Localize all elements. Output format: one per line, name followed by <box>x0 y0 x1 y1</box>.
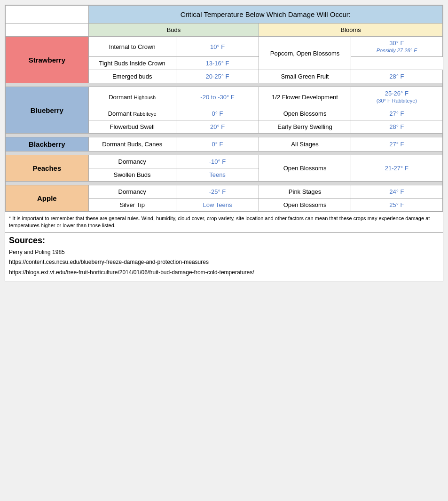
buds-header: Buds <box>88 24 259 37</box>
table-row: 0° F <box>176 137 259 151</box>
peaches-label: Peaches <box>6 155 89 182</box>
table-row: Dormancy <box>88 155 176 168</box>
table-row: 27° F <box>351 137 442 151</box>
table-row: All Stages <box>259 137 351 151</box>
table-row: 21-27° F <box>351 155 442 182</box>
main-title: Critical Temperature Below Which Damage … <box>88 6 442 24</box>
table-row: Popcorn, Open Blossoms <box>259 37 351 70</box>
table-row: Dormant Rabbiteye <box>88 107 176 120</box>
table-row: Flowerbud Swell <box>88 120 176 134</box>
table-row: Open Blossoms <box>259 107 351 120</box>
table-row: 28° F <box>351 70 442 83</box>
blooms-header: Blooms <box>259 24 443 37</box>
sources-list: Perry and Poling 1985 https://content.ce… <box>9 247 439 278</box>
table-row: Swollen Buds <box>88 168 176 182</box>
blueberry-label: Blueberry <box>6 87 89 134</box>
table-row: 1/2 Flower Development <box>259 87 351 107</box>
table-row: Dormancy <box>88 185 176 199</box>
table-row: 27° F <box>351 107 442 120</box>
table-row: 10° F <box>176 37 259 57</box>
table-row: Open Blossoms <box>259 155 351 182</box>
table-row: -25° F <box>176 185 259 199</box>
table-row: 20-25° F <box>176 70 259 83</box>
apple-label: Apple <box>6 185 89 212</box>
source-item: Perry and Poling 1985 <box>9 247 439 258</box>
table-row: Dormant Buds, Canes <box>88 137 176 151</box>
strawberry-label: Strawberry <box>6 37 89 83</box>
table-row: -20 to -30° F <box>176 87 259 107</box>
table-row: 0° F <box>176 107 259 120</box>
table-row: Emerged buds <box>88 70 176 83</box>
table-row: 30° F Possibly 27-28° F <box>351 37 442 57</box>
table-row: Open Blossoms <box>259 199 351 212</box>
table-row: Pink Stages <box>259 185 351 199</box>
table-row: Small Green Fruit <box>259 70 351 83</box>
footnote: * It is important to remember that these… <box>5 212 443 232</box>
sources-section: Sources: Perry and Poling 1985 https://c… <box>5 232 443 281</box>
main-container: Critical Temperature Below Which Damage … <box>5 5 443 281</box>
table-row: Tight Buds Inside Crown <box>88 57 176 70</box>
table-row: Dormant Highbush <box>88 87 176 107</box>
table-row: Early Berry Swelling <box>259 120 351 134</box>
table-row: Silver Tip <box>88 199 176 212</box>
blackberry-label: Blackberry <box>6 137 89 151</box>
sources-title: Sources: <box>9 236 439 246</box>
table-row: 13-16° F <box>176 57 259 70</box>
table-row: Internal to Crown <box>88 37 176 57</box>
table-row: 25° F <box>351 199 442 212</box>
table-row: 20° F <box>176 120 259 134</box>
table-row: 24° F <box>351 185 442 199</box>
table-row: 28° F <box>351 120 442 134</box>
table-row: Teens <box>176 168 259 182</box>
source-item: https://content.ces.ncsu.edu/blueberry-f… <box>9 257 439 268</box>
table-row: -10° F <box>176 155 259 168</box>
table-row: Low Teens <box>176 199 259 212</box>
source-item: https://blogs.ext.vt.edu/tree-fruit-hort… <box>9 268 439 278</box>
table-row: 25-26° F (30° F Rabbiteye) <box>351 87 442 107</box>
